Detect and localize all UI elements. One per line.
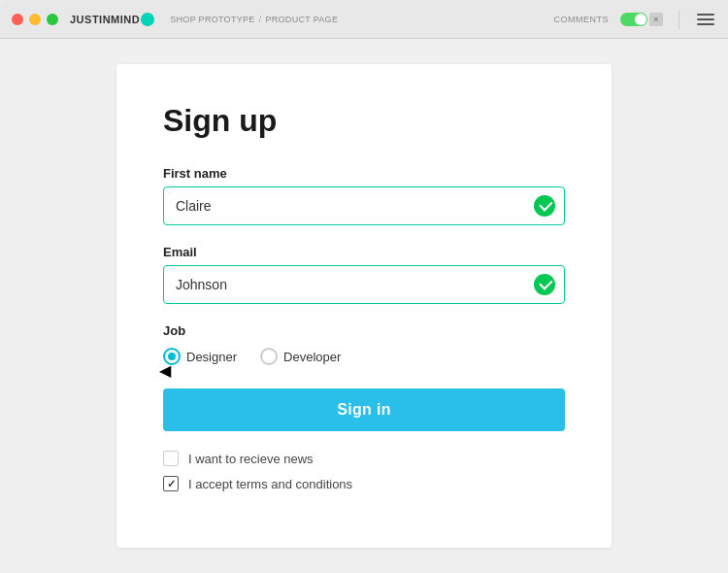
divider bbox=[678, 10, 679, 29]
email-check-icon bbox=[534, 274, 555, 295]
job-section: Job Designer ◀ Developer bbox=[163, 323, 565, 365]
first-name-check-icon bbox=[534, 195, 555, 217]
breadcrumb-shop: SHOP PROTOTYPE bbox=[170, 15, 254, 24]
email-label: Email bbox=[163, 245, 565, 259]
hamburger-line-3 bbox=[697, 23, 714, 25]
content-area: Sign up First name Email Job bbox=[0, 39, 728, 573]
first-name-field-group: First name bbox=[163, 166, 565, 225]
radio-developer-label: Developer bbox=[283, 350, 341, 364]
comments-label: COMMENTS bbox=[554, 15, 610, 24]
checkbox-terms[interactable]: ✓ I accept terms and conditions bbox=[163, 476, 565, 491]
radio-designer-inner bbox=[168, 353, 176, 360]
checkbox-news-box[interactable] bbox=[163, 451, 179, 466]
checkbox-terms-check: ✓ bbox=[167, 479, 176, 489]
cursor-icon: ◀ bbox=[159, 361, 171, 380]
first-name-input[interactable] bbox=[163, 186, 565, 225]
title-bar: JUSTINMIND SHOP PROTOTYPE / PRODUCT PAGE… bbox=[0, 0, 728, 39]
header-right: COMMENTS × bbox=[554, 10, 717, 29]
logo-dot bbox=[141, 13, 154, 26]
signup-card: Sign up First name Email Job bbox=[116, 64, 612, 548]
fullscreen-button[interactable] bbox=[47, 14, 58, 25]
sign-in-button[interactable]: Sign in bbox=[163, 388, 565, 431]
job-label: Job bbox=[163, 323, 565, 338]
first-name-input-wrapper bbox=[163, 186, 565, 225]
app-window: JUSTINMIND SHOP PROTOTYPE / PRODUCT PAGE… bbox=[0, 0, 728, 573]
hamburger-line-1 bbox=[697, 14, 714, 16]
email-input[interactable] bbox=[163, 265, 565, 304]
logo-text: JUSTINMIND bbox=[70, 14, 140, 25]
toggle-track bbox=[620, 13, 647, 26]
page-title: Sign up bbox=[163, 103, 565, 139]
breadcrumb-sep: / bbox=[259, 15, 262, 24]
email-field-group: Email bbox=[163, 245, 565, 304]
toggle-x[interactable]: × bbox=[649, 13, 663, 26]
checkbox-news[interactable]: I want to recieve news bbox=[163, 451, 565, 466]
hamburger-line-2 bbox=[697, 18, 714, 20]
breadcrumb: SHOP PROTOTYPE / PRODUCT PAGE bbox=[170, 15, 338, 24]
minimize-button[interactable] bbox=[29, 14, 41, 25]
comments-toggle[interactable]: × bbox=[620, 13, 663, 26]
checkbox-terms-label: I accept terms and conditions bbox=[188, 477, 352, 491]
radio-designer-label: Designer bbox=[186, 350, 237, 364]
checkbox-news-label: I want to recieve news bbox=[188, 452, 314, 466]
toggle-thumb bbox=[635, 14, 646, 25]
checkbox-terms-box[interactable]: ✓ bbox=[163, 476, 179, 491]
first-name-label: First name bbox=[163, 166, 565, 181]
traffic-lights bbox=[12, 14, 58, 25]
close-button[interactable] bbox=[12, 14, 23, 25]
logo-area: JUSTINMIND bbox=[70, 13, 154, 26]
breadcrumb-page: PRODUCT PAGE bbox=[265, 15, 338, 24]
email-input-wrapper bbox=[163, 265, 565, 304]
radio-group: Designer ◀ Developer bbox=[163, 348, 565, 365]
radio-developer[interactable]: Developer bbox=[260, 348, 341, 365]
menu-button[interactable] bbox=[695, 12, 716, 27]
radio-developer-outer bbox=[260, 348, 278, 365]
radio-designer[interactable]: Designer ◀ bbox=[163, 348, 237, 365]
